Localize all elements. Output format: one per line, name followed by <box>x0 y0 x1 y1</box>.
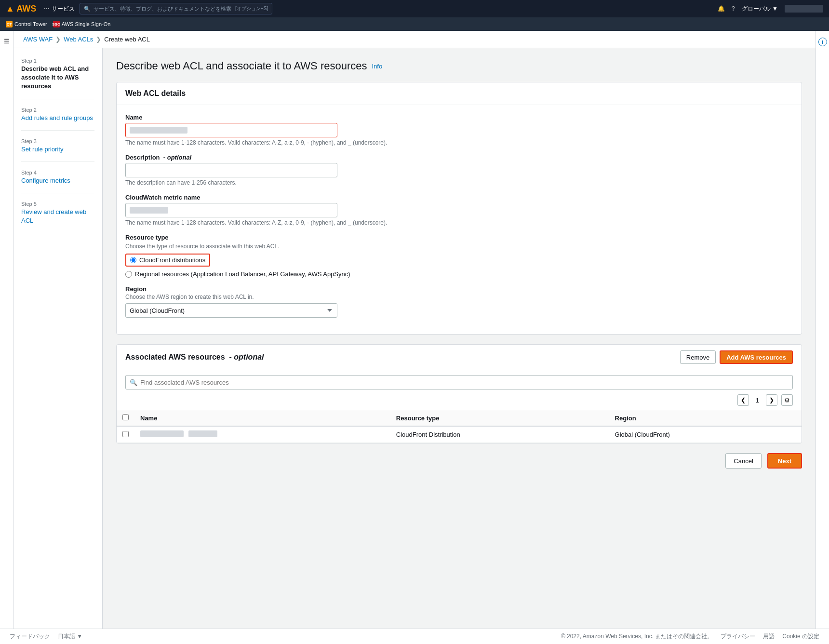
breadcrumb-current: Create web ACL <box>104 36 150 43</box>
footer-copyright: © 2022, Amazon Web Services, Inc. またはその関… <box>561 632 713 641</box>
step-4-title: Configure metrics <box>21 176 94 185</box>
assoc-card-header: Associated AWS resources - optional Remo… <box>117 345 802 370</box>
cloudfront-radio[interactable] <box>130 257 136 263</box>
top-navigation: ▲ AWS ⋯ サービス 🔍 サービス、特徴、ブログ、およびドキュメントなどを検… <box>0 0 829 17</box>
step-4: Step 4 Configure metrics <box>21 170 94 193</box>
description-hint: The description can have 1-256 character… <box>125 179 793 186</box>
language-selector[interactable]: 日本語 ▼ <box>58 632 82 641</box>
cloudwatch-input[interactable] <box>125 203 337 217</box>
row-name-cell <box>134 426 390 443</box>
main-content: Describe web ACL and associate it to AWS… <box>103 48 816 629</box>
page-title: Describe web ACL and associate it to AWS… <box>116 60 367 72</box>
action-bar: Cancel Next <box>116 453 802 469</box>
name-input[interactable] <box>125 123 337 137</box>
cloudwatch-field-group: CloudWatch metric name The name must hav… <box>125 194 793 226</box>
prev-page-button[interactable]: ❮ <box>737 394 749 406</box>
description-field-group: Description - optional The description c… <box>125 154 793 186</box>
next-page-button[interactable]: ❯ <box>766 394 777 406</box>
step-5-title: Review and create web ACL <box>21 208 94 225</box>
menu-icon: ☰ <box>4 38 10 45</box>
cookies-link[interactable]: Cookie の設定 <box>782 632 819 641</box>
row-name-blurred <box>140 430 184 437</box>
step-2: Step 2 Add rules and rule groups <box>21 107 94 131</box>
help-icon[interactable]: ? <box>732 5 735 12</box>
name-label: Name <box>125 114 793 121</box>
control-tower-tag[interactable]: CT Control Tower <box>6 21 47 27</box>
privacy-link[interactable]: プライバシー <box>721 632 755 641</box>
associated-resources-table: Name Resource type Region <box>117 410 802 443</box>
col-header-region: Region <box>609 410 802 427</box>
next-button[interactable]: Next <box>767 453 802 469</box>
row-name-blurred2 <box>188 430 217 437</box>
global-search-bar[interactable]: 🔍 サービス、特徴、ブログ、およびドキュメントなどを検索 [オプション+S] <box>80 3 272 14</box>
aws-logo: ▲ AWS <box>6 4 36 14</box>
row-checkbox[interactable] <box>122 431 129 437</box>
associated-resources-card: Associated AWS resources - optional Remo… <box>116 344 802 443</box>
breadcrumb-webacls[interactable]: Web ACLs <box>64 36 93 43</box>
col-header-name: Name <box>134 410 390 427</box>
assoc-actions: Remove Add AWS resources <box>680 350 793 364</box>
select-all-checkbox[interactable] <box>122 414 129 420</box>
main-wrapper: ☰ AWS WAF ❯ Web ACLs ❯ Create web ACL St… <box>0 31 829 629</box>
step-1: Step 1 Describe web ACL and associate it… <box>21 58 94 99</box>
name-field-group: Name The name must have 1-128 characters… <box>125 114 793 146</box>
cancel-button[interactable]: Cancel <box>725 453 761 469</box>
region-label: Region <box>125 285 793 293</box>
cloudfront-option-highlighted: CloudFront distributions <box>125 254 210 267</box>
cloudfront-option-label: CloudFront distributions <box>139 256 205 264</box>
remove-button[interactable]: Remove <box>680 350 716 364</box>
footer-left: フィードバック 日本語 ▼ <box>10 632 82 641</box>
sso-tag[interactable]: SSO AWS Single Sign-On <box>53 21 111 27</box>
sidebar-toggle[interactable]: ☰ <box>0 31 13 629</box>
step-1-title: Describe web ACL and associate it to AWS… <box>21 65 94 91</box>
services-button[interactable]: ⋯ サービス <box>44 5 75 13</box>
info-link[interactable]: Info <box>372 63 383 70</box>
resource-type-label: Resource type <box>125 234 793 241</box>
account-bar <box>785 5 823 13</box>
terms-link[interactable]: 用語 <box>763 632 775 641</box>
cloudwatch-value-blurred <box>130 207 168 214</box>
table-settings-button[interactable]: ⚙ <box>781 394 793 406</box>
bell-icon[interactable]: 🔔 <box>718 5 725 12</box>
name-value-blurred <box>130 127 187 134</box>
step-3: Step 3 Set rule priority <box>21 138 94 162</box>
row-checkbox-cell <box>117 426 134 443</box>
table-controls: ❮ 1 ❯ ⚙ <box>117 394 802 410</box>
assoc-title: Associated AWS resources - optional <box>125 353 264 362</box>
name-hint: The name must have 1-128 characters. Val… <box>125 139 793 146</box>
row-resource-type-cell: CloudFront Distribution <box>390 426 609 443</box>
search-icon: 🔍 <box>84 6 91 12</box>
content-area: AWS WAF ❯ Web ACLs ❯ Create web ACL Step… <box>13 31 816 629</box>
footer: フィードバック 日本語 ▼ © 2022, Amazon Web Service… <box>0 629 829 644</box>
step-3-label: Step 3 <box>21 138 94 144</box>
row-region-cell: Global (CloudFront) <box>609 426 802 443</box>
assoc-search-bar[interactable]: 🔍 <box>125 375 793 389</box>
region-group: Region Choose the AWS region to create t… <box>125 285 793 318</box>
web-acl-card-header: Web ACL details <box>117 82 802 105</box>
step-5-label: Step 5 <box>21 201 94 207</box>
region-select[interactable]: Global (CloudFront) <box>125 303 337 318</box>
region-hint: Choose the AWS region to create this web… <box>125 294 793 300</box>
breadcrumb-sep2: ❯ <box>96 36 101 43</box>
step-5: Step 5 Review and create web ACL <box>21 201 94 233</box>
feedback-link[interactable]: フィードバック <box>10 632 50 641</box>
right-info-icon[interactable]: i <box>818 38 827 46</box>
step-3-title: Set rule priority <box>21 145 94 154</box>
cloudwatch-hint: The name must have 1-128 characters. Val… <box>125 219 793 226</box>
description-input[interactable] <box>125 163 337 177</box>
add-aws-resources-button[interactable]: Add AWS resources <box>720 350 793 364</box>
right-panel: i <box>816 31 829 629</box>
control-tower-icon: CT <box>6 21 13 27</box>
breadcrumb-waf[interactable]: AWS WAF <box>23 36 53 43</box>
footer-right: © 2022, Amazon Web Services, Inc. またはその関… <box>561 632 819 641</box>
search-shortcut: [オプション+S] <box>235 5 268 12</box>
assoc-search-input[interactable] <box>140 379 789 386</box>
steps-sidebar: Step 1 Describe web ACL and associate it… <box>13 48 103 629</box>
cloudwatch-label: CloudWatch metric name <box>125 194 793 201</box>
global-menu[interactable]: グローバル ▼ <box>742 5 778 13</box>
step-4-label: Step 4 <box>21 170 94 175</box>
assoc-optional: optional <box>234 353 264 361</box>
grid-icon: ⋯ <box>44 5 50 12</box>
table-row: CloudFront Distribution Global (CloudFro… <box>117 426 802 443</box>
regional-radio[interactable] <box>125 271 132 278</box>
